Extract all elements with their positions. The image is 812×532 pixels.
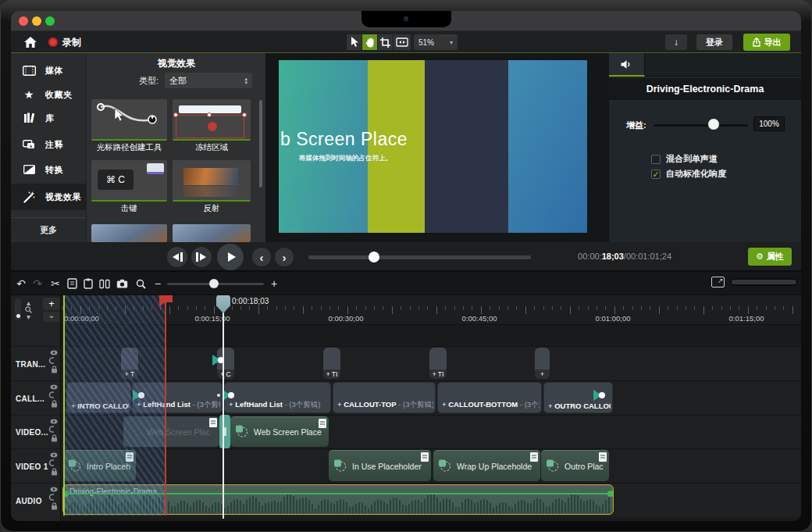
track-controls[interactable]	[50, 487, 58, 510]
track-controls[interactable]	[50, 384, 58, 408]
split-button[interactable]	[97, 276, 112, 291]
sidebar-more-button[interactable]: 更多	[11, 220, 86, 239]
zoom-level-value: 51%	[418, 38, 434, 47]
animation-arrow-icon[interactable]	[593, 390, 605, 401]
track-header-video2[interactable]: VIDEO...	[11, 415, 61, 448]
properties-button[interactable]: ⚙ 属性	[748, 248, 792, 266]
effect-item-freeze-region[interactable]: 冻结区域	[173, 99, 251, 153]
timecode-display: 00:00:18;03/00:01:01;24	[531, 252, 671, 262]
undo-button[interactable]: ↶	[13, 276, 29, 291]
sidebar-item-favorites[interactable]: ★ 收藏夹	[11, 83, 86, 106]
clip-lefthand-list-2[interactable]: + LeftHand List - (3个剪辑)	[224, 382, 331, 413]
clip-audio-driving-electronic-drama[interactable]: Driving-Electronic-Drama	[62, 484, 614, 515]
track-controls[interactable]	[50, 419, 58, 442]
snapshot-button[interactable]	[114, 276, 130, 291]
auto-normalize-checkbox[interactable]: ✓	[651, 170, 661, 179]
zoom-level-select[interactable]: 51% ▾	[414, 34, 458, 50]
next-frame-button[interactable]	[191, 247, 212, 267]
sidebar-item-library[interactable]: 库	[11, 106, 86, 130]
download-button[interactable]: ↓	[665, 34, 687, 50]
previous-frame-button[interactable]	[167, 247, 187, 267]
track-header-transitions[interactable]: TRAN...	[11, 346, 61, 380]
zoom-timeline-button[interactable]	[133, 276, 148, 291]
audio-gain-handle-right[interactable]	[607, 491, 614, 497]
scrub-handle[interactable]	[369, 252, 379, 262]
timeline-zoom-handle[interactable]	[209, 279, 219, 288]
clip-lefthand-list-1[interactable]: + LeftHand List - (3个剪辑)	[132, 382, 223, 413]
timeline-hscrollbar[interactable]	[730, 278, 798, 286]
auto-normalize-option[interactable]: ✓ 自动标准化响度	[651, 168, 726, 180]
hscrollbar-thumb[interactable]	[732, 280, 796, 284]
filter-dropdown[interactable]: 全部 ▴▾	[165, 73, 252, 88]
transition-clip[interactable]: + TI	[429, 348, 447, 379]
sidebar-item-media[interactable]: 媒体	[11, 59, 86, 82]
transition-clip[interactable]: +	[535, 348, 550, 379]
tab-audio[interactable]	[609, 53, 645, 77]
eye-icon	[50, 452, 58, 458]
zoom-out-button[interactable]: −	[150, 276, 166, 291]
sidebar-item-transitions[interactable]: 转换	[11, 158, 86, 181]
clip-wrap-up-placeholder[interactable]: Wrap Up Placeholde	[433, 450, 540, 481]
zoom-in-button[interactable]: +	[266, 276, 282, 291]
zoom-window-button[interactable]	[45, 16, 55, 26]
paste-button[interactable]	[80, 276, 96, 291]
track-controls[interactable]	[50, 452, 58, 476]
track-height-slider[interactable]	[15, 298, 21, 320]
mix-to-mono-checkbox[interactable]: ✓	[651, 155, 661, 164]
sidebar-item-annotations[interactable]: a 注释	[11, 133, 86, 156]
login-button[interactable]: 登录	[696, 34, 732, 50]
clip-callout-bottom[interactable]: + CALLOUT-BOTTOM - (3个剪辑)	[437, 382, 542, 413]
preview-canvas[interactable]: b Screen Place 将媒体拖到时间轴的占位符上。	[279, 60, 587, 233]
add-track-button[interactable]: +	[43, 298, 60, 310]
home-button[interactable]	[23, 35, 37, 49]
effect-item-keystroke[interactable]: ⌘ C 击键	[91, 160, 167, 214]
gain-value-field[interactable]: 100%	[753, 116, 785, 131]
track-header-video1[interactable]: VIDEO 1	[11, 448, 61, 483]
record-button[interactable]: 录制	[48, 35, 81, 49]
gain-slider-handle[interactable]	[708, 119, 719, 130]
track-zoom-icon[interactable]: ▴ ▾	[25, 300, 32, 320]
transition-clip[interactable]: + T	[121, 348, 138, 379]
transition-clip[interactable]: + TI	[323, 348, 340, 379]
select-tool-button[interactable]	[347, 34, 361, 50]
effects-panel: 视觉效果 类型: 全部 ▴▾ 光标路径创建工具	[86, 53, 265, 242]
effect-item-reflection[interactable]: 反射	[173, 160, 251, 214]
pan-tool-button[interactable]	[362, 34, 377, 50]
clip-outro-placeholder[interactable]: Outro Plac	[541, 450, 609, 481]
crop-tool-button[interactable]	[378, 34, 393, 50]
sidebar-item-visual-effects[interactable]: 视觉效果	[11, 184, 86, 210]
audio-volume-line[interactable]	[65, 493, 611, 495]
edit-in-place-tool-button[interactable]	[394, 34, 411, 50]
collapse-tracks-button[interactable]: ⌄	[43, 312, 60, 322]
cut-button[interactable]: ✂	[48, 276, 63, 291]
mix-to-mono-option[interactable]: ✓ 混合到单声道	[651, 153, 718, 165]
copy-button[interactable]	[64, 276, 80, 291]
minimize-window-button[interactable]	[32, 16, 41, 26]
track-lane-video1[interactable]	[61, 448, 801, 483]
next-clip-button[interactable]: ›	[275, 248, 294, 266]
clip-trim-handle[interactable]	[219, 415, 230, 448]
redo-button[interactable]: ↷	[30, 276, 45, 291]
clip-web-screen-place[interactable]: Web Screen Place	[230, 416, 329, 447]
previous-clip-button[interactable]: ‹	[252, 248, 271, 266]
clip-callout-top[interactable]: + CALLOUT-TOP - (3个剪辑)	[333, 382, 436, 413]
track-header-callouts[interactable]: CALL...	[11, 380, 61, 415]
animation-arrow-icon[interactable]	[133, 390, 144, 401]
clip-web-screen-dim[interactable]: Web Screen Plac	[123, 416, 219, 447]
effect-item-cursor-path[interactable]: 光标路径创建工具	[91, 99, 167, 153]
track-controls[interactable]	[50, 350, 58, 373]
scrub-slider[interactable]	[308, 255, 531, 259]
export-button[interactable]: 导出	[743, 34, 790, 51]
audio-gain-handle-left[interactable]	[62, 491, 69, 497]
panel-scrollbar[interactable]	[259, 100, 262, 187]
effect-item-partial[interactable]	[173, 224, 251, 242]
animation-arrow-icon[interactable]	[217, 390, 234, 401]
effect-item-partial[interactable]	[91, 224, 167, 242]
clip-intro-callout[interactable]: + INTRO CALLOUT	[66, 382, 131, 413]
clip-in-use-placeholder[interactable]: In Use Placeholder	[329, 450, 431, 481]
clip-intro-placeholder[interactable]: Intro Placeh	[63, 450, 136, 481]
gain-slider[interactable]	[654, 124, 748, 127]
track-header-audio[interactable]: AUDIO	[11, 483, 61, 517]
play-button[interactable]	[217, 244, 244, 270]
close-window-button[interactable]	[19, 16, 28, 26]
